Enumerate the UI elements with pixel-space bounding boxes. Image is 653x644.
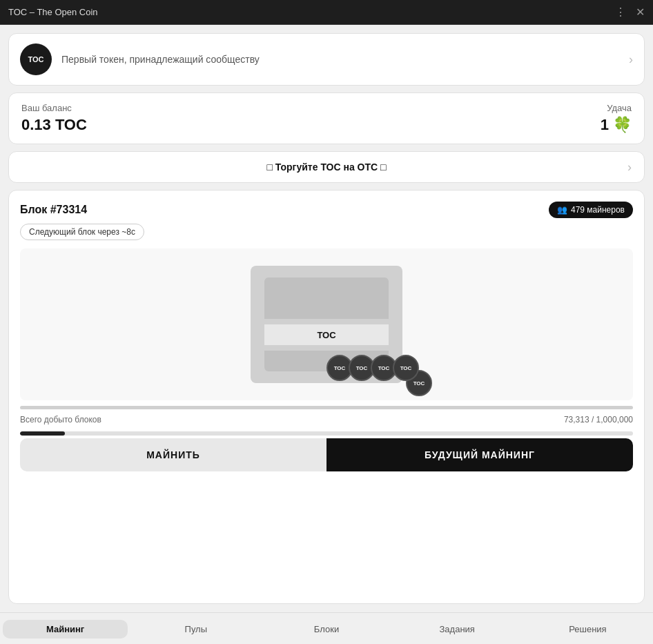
mining-card: Блок #73314 👥 479 майнеров Следующий бло…: [8, 190, 645, 604]
next-block-badge: Следующий блок через ~8с: [20, 224, 144, 240]
app-title: TOC – The Open Coin: [8, 7, 98, 17]
trade-text: □ Торгуйте ТОС на ОТС □: [267, 162, 387, 173]
toc-logo: TOC: [20, 43, 52, 75]
banner-card[interactable]: TOC Первый токен, принадлежащий сообщест…: [8, 33, 645, 86]
banner-description: Первый токен, принадлежащий сообществу: [61, 54, 619, 65]
balance-section: Ваш баланс 0.13 ТОС: [21, 103, 87, 134]
mining-header: Блок #73314 👥 479 майнеров: [20, 202, 633, 218]
close-button[interactable]: ✕: [636, 7, 645, 18]
trade-card[interactable]: □ Торгуйте ТОС на ОТС □ ›: [8, 151, 645, 183]
balance-value: 0.13 ТОС: [21, 116, 87, 134]
banner-chevron-icon: ›: [629, 52, 633, 67]
progress-bar: [20, 431, 633, 436]
miners-badge: 👥 479 майнеров: [549, 202, 633, 218]
coins-container: ТОС ТОС ТОС ТОС ТОС: [326, 355, 419, 381]
luck-number: 1: [601, 116, 609, 134]
blocks-mined-value: 73,313 / 1,000,000: [564, 415, 633, 425]
slot-middle: ТОС: [264, 324, 389, 345]
nav-item-tasks[interactable]: Задания: [395, 620, 520, 638]
mining-area: ТОС ТОС ТОС ТОС ТОС ТОС: [20, 248, 633, 400]
mining-strip-fill: [20, 406, 633, 409]
action-buttons: МАЙНИТЬ БУДУЩИЙ МАЙНИНГ: [20, 438, 633, 471]
luck-section: Удача 1 🍀: [601, 103, 632, 134]
trade-chevron-icon: ›: [627, 160, 632, 175]
nav-item-blocks[interactable]: Блоки: [264, 620, 389, 638]
blocks-info: Всего добыто блоков 73,313 / 1,000,000: [20, 415, 633, 425]
slot-top: [264, 277, 389, 319]
block-title: Блок #73314: [20, 204, 87, 216]
progress-bar-fill: [20, 431, 65, 436]
title-bar: TOC – The Open Coin ⋮ ✕: [0, 0, 653, 25]
window-controls: ⋮ ✕: [615, 7, 645, 18]
more-button[interactable]: ⋮: [615, 7, 626, 18]
clover-icon: 🍀: [613, 116, 632, 134]
mining-strip: [20, 406, 633, 409]
luck-label: Удача: [601, 103, 632, 113]
balance-label: Ваш баланс: [21, 103, 87, 113]
nav-item-solutions[interactable]: Решения: [525, 620, 650, 638]
nav-item-pools[interactable]: Пулы: [133, 620, 258, 638]
main-content: TOC Первый токен, принадлежащий сообщест…: [0, 25, 653, 612]
coin-bubble-4: ТОС: [393, 355, 419, 381]
future-mining-button[interactable]: БУДУЩИЙ МАЙНИНГ: [326, 438, 633, 471]
nav-item-mining[interactable]: Майнинг: [3, 620, 128, 638]
balance-card: Ваш баланс 0.13 ТОС Удача 1 🍀: [8, 92, 645, 144]
mine-button[interactable]: МАЙНИТЬ: [20, 438, 326, 471]
miners-count: 479 майнеров: [571, 205, 625, 215]
blocks-mined-label: Всего добыто блоков: [20, 415, 101, 425]
miners-icon: 👥: [557, 205, 567, 215]
bottom-nav: Майнинг Пулы Блоки Задания Решения: [0, 612, 653, 644]
luck-value: 1 🍀: [601, 116, 632, 134]
